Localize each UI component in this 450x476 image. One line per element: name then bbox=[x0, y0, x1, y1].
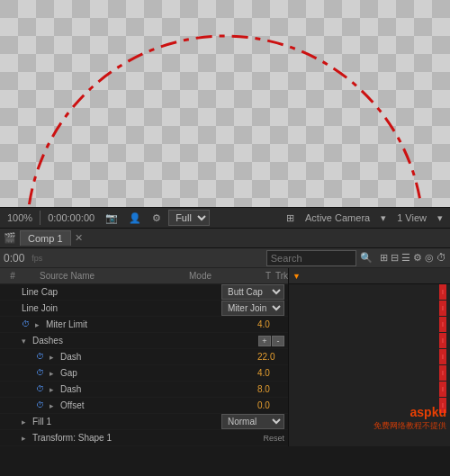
layer-panel: # Source Name Mode T TrkMat Parent Line … bbox=[0, 268, 288, 446]
divider-1 bbox=[40, 211, 40, 225]
reset-button[interactable]: Reset bbox=[263, 434, 284, 443]
comp-icon: 🎬 bbox=[4, 232, 16, 244]
line-join-dropdown[interactable]: Miter Join bbox=[221, 301, 284, 316]
quality-dropdown[interactable]: Full bbox=[168, 210, 210, 226]
views-label[interactable]: 1 View bbox=[393, 211, 430, 224]
person-icon: 👤 bbox=[125, 211, 145, 225]
zoom-level[interactable]: 100% bbox=[4, 211, 36, 224]
main-content: # Source Name Mode T TrkMat Parent Line … bbox=[0, 268, 450, 446]
line-join-row: Line Join Miter Join bbox=[0, 301, 288, 317]
watermark-subtitle: 免费网络教程不提供 bbox=[374, 420, 446, 432]
fill-1-row: ▸ Fill 1 Normal bbox=[0, 414, 288, 430]
views-dropdown-arrow[interactable]: ▾ bbox=[434, 211, 446, 225]
column-headers: # Source Name Mode T TrkMat Parent bbox=[0, 268, 288, 284]
viewer-toolbar: 100% 0:00:00:00 📷 👤 ⚙ Full ⊞ Active Came… bbox=[0, 207, 450, 229]
timecode-display[interactable]: 0:00:00:00 bbox=[44, 211, 98, 224]
toolbar-icons: ⊞ ⊟ ☰ ⚙ ◎ ⏱ bbox=[380, 252, 446, 264]
track-marker-3: I bbox=[439, 317, 446, 332]
quality-icon: ⚙ bbox=[148, 211, 165, 225]
dropdown-arrow-camera[interactable]: ▾ bbox=[377, 211, 390, 225]
line-join-label: Line Join bbox=[22, 303, 221, 313]
offset-label: Offset bbox=[60, 400, 254, 410]
dashes-label: Dashes bbox=[32, 336, 255, 346]
tab-close[interactable]: ✕ bbox=[75, 232, 83, 244]
track-markers: I I I I I I I I bbox=[439, 284, 446, 414]
line-cap-label: Line Cap bbox=[22, 287, 221, 297]
offset-stopwatch[interactable]: ⏱ bbox=[36, 400, 47, 411]
col-mode: Mode bbox=[189, 271, 261, 281]
dash1-label: Dash bbox=[60, 352, 254, 362]
gap-stopwatch[interactable]: ⏱ bbox=[36, 368, 47, 379]
fps-label: fps bbox=[32, 254, 42, 263]
dash1-twirl[interactable]: ▸ bbox=[50, 353, 58, 362]
watermark: aspku bbox=[410, 405, 446, 419]
preview-canvas bbox=[0, 0, 450, 207]
dash1-value[interactable]: 22.0 bbox=[257, 352, 284, 362]
col-source: Source Name bbox=[36, 271, 189, 281]
transform-row: ▸ Transform: Shape 1 Reset bbox=[0, 430, 288, 446]
col-num: # bbox=[4, 271, 22, 281]
dash2-label: Dash bbox=[60, 384, 254, 394]
timeline-header: 0:00 fps 🔍 ⊞ ⊟ ☰ ⚙ ◎ ⏱ bbox=[0, 248, 450, 268]
offset-row: ⏱ ▸ Offset 0.0 bbox=[0, 398, 288, 414]
line-cap-row: Line Cap Butt Cap bbox=[0, 284, 288, 301]
track-marker-7: I bbox=[439, 382, 446, 397]
magnify-icon: 🔍 bbox=[360, 252, 373, 264]
comp-tab[interactable]: Comp 1 bbox=[20, 230, 71, 246]
offset-value[interactable]: 0.0 bbox=[257, 400, 284, 410]
time-ruler: ▼ bbox=[289, 268, 450, 284]
fill1-label: Fill 1 bbox=[32, 417, 221, 427]
dash-1-row: ⏱ ▸ Dash 22.0 bbox=[0, 349, 288, 365]
fill1-mode-dropdown[interactable]: Normal bbox=[221, 414, 284, 429]
dash2-twirl[interactable]: ▸ bbox=[50, 385, 58, 394]
comp-bar: 🎬 Comp 1 ✕ bbox=[0, 229, 450, 248]
time-value: 0:00 bbox=[4, 252, 24, 265]
miter-limit-stopwatch[interactable]: ⏱ bbox=[22, 319, 32, 330]
time-marker: ▼ bbox=[292, 272, 301, 281]
offset-twirl[interactable]: ▸ bbox=[50, 401, 58, 410]
track-marker-6: I bbox=[439, 365, 446, 381]
dashes-minus-btn[interactable]: - bbox=[272, 336, 284, 346]
dash-2-row: ⏱ ▸ Dash 8.0 bbox=[0, 382, 288, 398]
arc-display bbox=[0, 0, 450, 207]
active-camera-label[interactable]: Active Camera bbox=[302, 211, 374, 224]
camera-icon: 📷 bbox=[102, 211, 122, 225]
track-marker-2: I bbox=[439, 301, 446, 316]
fill1-twirl[interactable]: ▸ bbox=[22, 418, 31, 427]
track-marker-5: I bbox=[439, 349, 446, 364]
dashes-header-row: ▾ Dashes + - bbox=[0, 333, 288, 349]
dashes-plus-btn[interactable]: + bbox=[258, 336, 271, 346]
track-marker-1: I bbox=[439, 284, 446, 300]
dash2-stopwatch[interactable]: ⏱ bbox=[36, 384, 47, 395]
miter-limit-row: ⏱ ▸ Miter Limit 4.0 bbox=[0, 317, 288, 333]
miter-limit-twirl[interactable]: ▸ bbox=[35, 320, 44, 329]
dash2-value[interactable]: 8.0 bbox=[257, 384, 284, 394]
track-panel: ▼ I I I I I I I I aspku 免费网络教程不提供 bbox=[288, 268, 450, 446]
gap-twirl[interactable]: ▸ bbox=[50, 369, 58, 378]
col-t: T bbox=[261, 271, 275, 281]
miter-limit-label: Miter Limit bbox=[46, 319, 254, 329]
dashes-twirl[interactable]: ▾ bbox=[22, 337, 31, 346]
search-input[interactable] bbox=[266, 250, 356, 266]
line-cap-dropdown[interactable]: Butt Cap bbox=[221, 284, 284, 300]
transform-twirl[interactable]: ▸ bbox=[22, 434, 31, 443]
dashes-controls: + - bbox=[258, 336, 284, 346]
gap-label: Gap bbox=[60, 368, 254, 378]
gap-row: ⏱ ▸ Gap 4.0 bbox=[0, 365, 288, 382]
transform-label: Transform: Shape 1 bbox=[32, 433, 259, 443]
dash1-stopwatch[interactable]: ⏱ bbox=[36, 352, 47, 363]
gap-value[interactable]: 4.0 bbox=[257, 368, 284, 378]
grid-icon: ⊞ bbox=[283, 211, 298, 225]
track-marker-4: I bbox=[439, 333, 446, 348]
miter-limit-value[interactable]: 4.0 bbox=[257, 319, 284, 329]
